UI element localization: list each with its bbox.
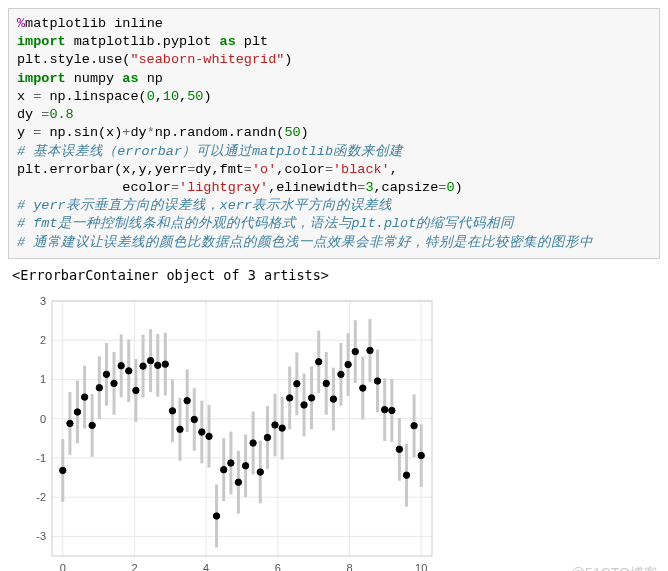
svg-point-35 <box>81 394 87 400</box>
svg-text:-1: -1 <box>36 452 46 464</box>
svg-point-91 <box>286 395 292 401</box>
svg-text:2: 2 <box>131 562 137 571</box>
svg-point-97 <box>308 395 314 401</box>
svg-point-103 <box>330 396 336 402</box>
magic: % <box>17 16 25 31</box>
svg-point-47 <box>126 367 132 373</box>
errorbar-chart: -3-2-101230246810 <box>12 291 442 571</box>
svg-point-63 <box>184 397 190 403</box>
comment-2: # yerr表示垂直方向的误差线，xerr表示水平方向的误差线 <box>17 198 392 213</box>
svg-point-87 <box>272 422 278 428</box>
svg-point-125 <box>411 422 417 428</box>
svg-point-123 <box>403 472 409 478</box>
svg-point-99 <box>316 358 322 364</box>
svg-rect-0 <box>52 301 432 556</box>
svg-point-89 <box>279 425 285 431</box>
svg-point-65 <box>191 416 197 422</box>
svg-point-39 <box>96 384 102 390</box>
svg-point-107 <box>345 361 351 367</box>
svg-point-57 <box>162 361 168 367</box>
svg-point-113 <box>367 347 373 353</box>
svg-text:-3: -3 <box>36 530 46 542</box>
svg-text:0: 0 <box>40 413 46 425</box>
svg-point-59 <box>169 407 175 413</box>
svg-text:1: 1 <box>40 373 46 385</box>
svg-text:4: 4 <box>203 562 209 571</box>
svg-point-53 <box>147 357 153 363</box>
svg-point-109 <box>352 348 358 354</box>
comment-3: # fmt是一种控制线条和点的外观的代码格式，语法与plt.plot的缩写代码相… <box>17 216 514 231</box>
svg-point-77 <box>235 479 241 485</box>
svg-point-69 <box>206 433 212 439</box>
svg-text:6: 6 <box>275 562 281 571</box>
svg-text:-2: -2 <box>36 491 46 503</box>
svg-point-71 <box>213 513 219 519</box>
output-text: <ErrorbarContainer object of 3 artists> <box>8 259 660 287</box>
svg-point-29 <box>60 467 66 473</box>
svg-point-45 <box>118 362 124 368</box>
comment-1: # 基本误差线（errorbar）可以通过matplotlib函数来创建 <box>17 144 403 159</box>
svg-point-81 <box>250 440 256 446</box>
svg-point-101 <box>323 380 329 386</box>
svg-point-79 <box>242 462 248 468</box>
svg-point-95 <box>301 402 307 408</box>
svg-point-121 <box>396 446 402 452</box>
svg-text:10: 10 <box>415 562 427 571</box>
svg-point-85 <box>264 434 270 440</box>
svg-point-43 <box>111 380 117 386</box>
svg-text:8: 8 <box>346 562 352 571</box>
svg-point-51 <box>140 363 146 369</box>
svg-point-117 <box>381 406 387 412</box>
svg-point-49 <box>133 387 139 393</box>
svg-point-37 <box>89 422 95 428</box>
svg-point-127 <box>418 452 424 458</box>
watermark: @51CTO博客 <box>571 565 658 571</box>
svg-point-115 <box>374 378 380 384</box>
svg-point-67 <box>199 429 205 435</box>
svg-point-75 <box>228 460 234 466</box>
svg-point-31 <box>67 420 73 426</box>
code-cell: %matplotlib inline import matplotlib.pyp… <box>8 8 660 259</box>
svg-point-33 <box>74 409 80 415</box>
comment-4: # 通常建议让误差线的颜色比数据点的颜色浅一点效果会非常好，特别是在比较密集的图… <box>17 235 593 250</box>
svg-point-111 <box>360 385 366 391</box>
svg-text:2: 2 <box>40 334 46 346</box>
svg-point-105 <box>338 371 344 377</box>
svg-point-61 <box>177 426 183 432</box>
svg-text:0: 0 <box>60 562 66 571</box>
svg-point-41 <box>103 371 109 377</box>
svg-point-119 <box>389 407 395 413</box>
svg-point-55 <box>155 362 161 368</box>
svg-point-73 <box>221 466 227 472</box>
svg-point-93 <box>294 380 300 386</box>
svg-point-83 <box>257 469 263 475</box>
chart-svg: -3-2-101230246810 <box>12 291 442 571</box>
svg-text:3: 3 <box>40 295 46 307</box>
